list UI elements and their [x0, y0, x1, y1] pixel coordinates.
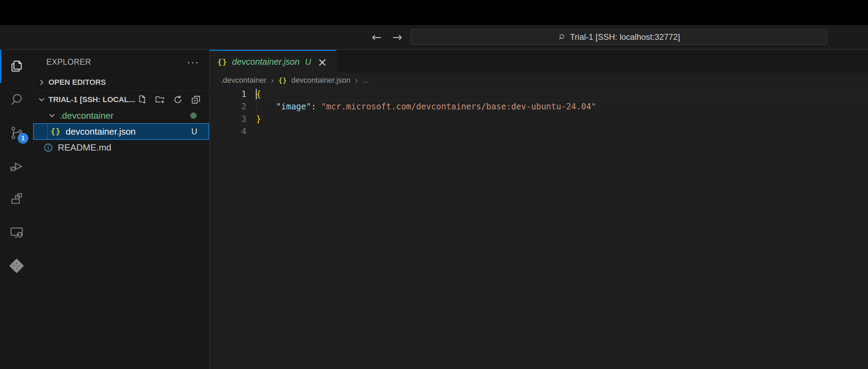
workspace-section-label: TRIAL-1 [SSH: LOCAL... [48, 95, 135, 104]
code-token-brace: } [256, 114, 261, 124]
sidebar-title-row: EXPLORER ··· [33, 50, 209, 74]
new-folder-icon[interactable] [154, 94, 165, 105]
activitybar-extensions[interactable] [0, 183, 33, 216]
close-icon[interactable]: × [317, 57, 327, 67]
line-number: 2 [210, 102, 256, 111]
nav-forward-icon[interactable]: → [390, 25, 405, 49]
code-line-3: 3 } [210, 113, 868, 125]
search-icon [558, 33, 566, 41]
file-name: README.md [58, 142, 111, 153]
tab-label: devcontainer.json [232, 57, 300, 67]
scm-changes-badge: 1 [18, 133, 28, 144]
line-number: 4 [210, 127, 256, 136]
new-file-icon[interactable] [136, 94, 147, 105]
editor-group: {} devcontainer.json U × .devcontainer ›… [210, 50, 868, 369]
line-number: 3 [210, 114, 256, 124]
chevron-right-icon [37, 78, 46, 87]
breadcrumb-separator: › [271, 76, 274, 84]
activitybar-source-control[interactable]: 1 [0, 116, 33, 150]
explorer-toolbar [136, 94, 209, 105]
tab-git-untracked-badge: U [305, 57, 311, 67]
code-token-key: "image" [276, 102, 311, 111]
activitybar-remote-explorer[interactable] [0, 216, 33, 249]
tree-item-readme[interactable]: README.md [33, 140, 209, 155]
json-file-icon: {} [279, 76, 287, 84]
chevron-down-icon [48, 111, 56, 120]
file-name: devcontainer.json [66, 126, 136, 137]
more-actions-icon[interactable]: ··· [187, 58, 199, 65]
code-token-indent [256, 102, 276, 111]
breadcrumb-separator: › [355, 76, 358, 84]
indent-guide [256, 100, 256, 113]
command-center-title: Trial-1 [SSH: localhost:32772] [570, 32, 680, 42]
extensions-icon [9, 191, 25, 207]
search-icon [9, 92, 25, 108]
git-modified-dot [190, 112, 197, 119]
info-icon [44, 143, 53, 152]
json-file-icon: {} [217, 57, 227, 66]
tab-strip: {} devcontainer.json U × [210, 50, 868, 73]
code-editor[interactable]: 1 { 2 "image": "mcr.microsoft.com/devcon… [210, 88, 868, 138]
remote-explorer-icon [9, 225, 25, 241]
json-file-icon: {} [51, 127, 61, 136]
activitybar-containers[interactable] [0, 249, 33, 282]
files-icon [9, 58, 25, 74]
code-token-string: "mcr.microsoft.com/devcontainers/base:de… [321, 102, 596, 111]
run-debug-icon [9, 158, 25, 174]
tab-devcontainer-json[interactable]: {} devcontainer.json U × [210, 50, 336, 73]
tree-item-devcontainer-json[interactable]: {} devcontainer.json U [33, 123, 209, 140]
collapse-all-icon[interactable] [190, 94, 201, 105]
code-line-1: 1 { [210, 88, 868, 100]
breadcrumb-folder[interactable]: .devcontainer [221, 76, 266, 85]
workbench: 1 [0, 50, 868, 369]
code-line-4: 4 [210, 125, 868, 138]
breadcrumb-file[interactable]: devcontainer.json [291, 76, 350, 85]
breadcrumb-symbol-more[interactable]: ... [362, 76, 369, 85]
tree-indent-guide [47, 124, 48, 139]
open-editors-section[interactable]: OPEN EDITORS [33, 74, 209, 91]
window-top-band [0, 0, 868, 25]
command-center[interactable]: Trial-1 [SSH: localhost:32772] [410, 29, 827, 45]
line-number: 1 [210, 89, 256, 99]
text-cursor [256, 89, 257, 99]
folder-name: .devcontainer [60, 110, 114, 121]
workspace-section-header[interactable]: TRIAL-1 [SSH: LOCAL... [33, 91, 209, 108]
code-line-2: 2 "image": "mcr.microsoft.com/devcontain… [210, 100, 868, 113]
diamond-grid-icon [8, 258, 25, 274]
sidebar-title: EXPLORER [46, 57, 91, 67]
explorer-sidebar: EXPLORER ··· OPEN EDITORS TRIAL-1 [SSH: … [33, 50, 210, 369]
code-token-brace: { [256, 89, 261, 99]
breadcrumb: .devcontainer › {} devcontainer.json › .… [210, 73, 868, 88]
open-editors-label: OPEN EDITORS [48, 78, 106, 87]
code-token-colon: : [311, 102, 321, 111]
activitybar-explorer[interactable] [0, 50, 33, 83]
chevron-down-icon [37, 96, 46, 104]
nav-back-icon[interactable]: ← [369, 25, 384, 49]
tree-item-devcontainer-folder[interactable]: .devcontainer [33, 108, 209, 123]
activitybar-run-debug[interactable] [0, 150, 33, 183]
git-untracked-badge: U [191, 127, 197, 136]
activitybar-search[interactable] [0, 83, 33, 116]
activity-bar: 1 [0, 50, 33, 369]
refresh-icon[interactable] [172, 94, 183, 105]
title-bar: ← → Trial-1 [SSH: localhost:32772] [0, 25, 868, 50]
